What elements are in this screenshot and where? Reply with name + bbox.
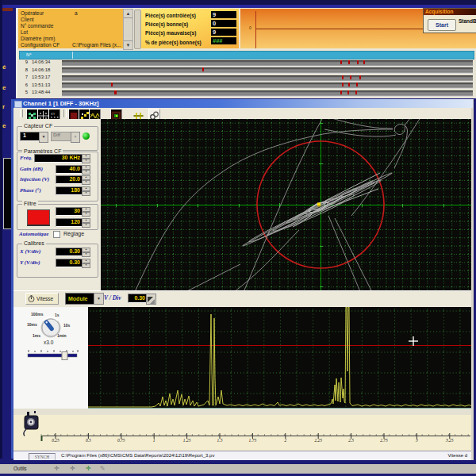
svg-text:2: 2 bbox=[284, 438, 286, 443]
svg-text:1.25: 1.25 bbox=[183, 438, 191, 443]
svg-text:1.75: 1.75 bbox=[249, 438, 257, 443]
svg-text:3: 3 bbox=[415, 438, 418, 443]
svg-text:2.25: 2.25 bbox=[314, 438, 322, 443]
svg-text:2.5: 2.5 bbox=[348, 438, 354, 443]
svg-text:0.25: 0.25 bbox=[52, 438, 60, 443]
svg-text:1.5: 1.5 bbox=[217, 438, 223, 443]
svg-text:XY: XY bbox=[51, 112, 56, 116]
svg-text:3.25: 3.25 bbox=[445, 438, 454, 443]
svg-text:1: 1 bbox=[153, 438, 155, 443]
svg-text:2.75: 2.75 bbox=[380, 438, 388, 443]
svg-text:0.75: 0.75 bbox=[117, 438, 125, 443]
svg-text:0.5: 0.5 bbox=[86, 438, 91, 443]
